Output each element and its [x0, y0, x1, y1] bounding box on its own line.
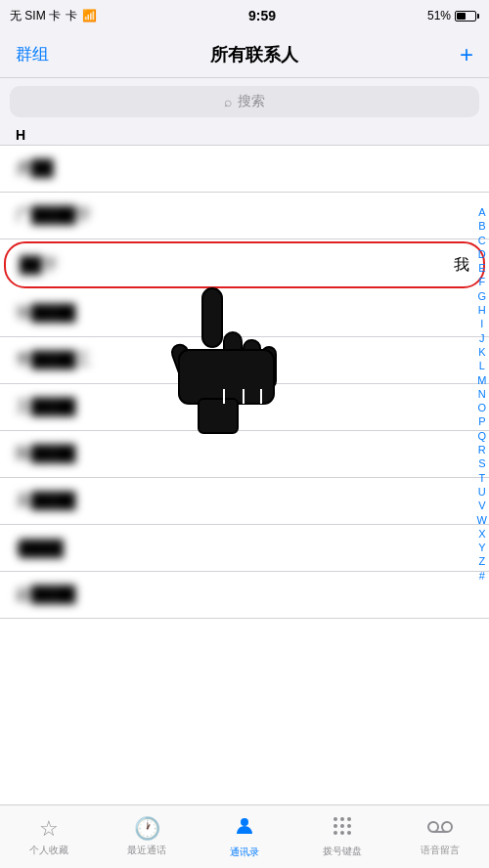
battery-icon — [455, 11, 479, 22]
index-t[interactable]: T — [478, 471, 485, 485]
search-icon: ⌕ — [224, 94, 232, 109]
index-s[interactable]: S — [478, 456, 485, 470]
index-v[interactable]: V — [478, 499, 485, 512]
contact-name: 陈████ — [16, 444, 75, 464]
svg-point-17 — [333, 831, 337, 835]
index-k[interactable]: K — [478, 345, 485, 359]
index-j[interactable]: J — [479, 331, 485, 345]
svg-point-18 — [340, 831, 344, 835]
index-d[interactable]: D — [478, 247, 486, 261]
voicemail-icon — [427, 816, 453, 842]
contact-name-me: ██字 — [20, 255, 58, 276]
tab-recents-label: 最近通话 — [127, 844, 166, 857]
contact-name: 广████字 — [16, 205, 91, 226]
contact-name: 张████ — [16, 303, 75, 324]
nav-add-button[interactable]: + — [460, 43, 473, 66]
index-w[interactable]: W — [477, 513, 487, 527]
svg-point-19 — [347, 831, 351, 835]
wifi-icon: 📶 — [82, 9, 97, 22]
index-g[interactable]: G — [478, 289, 487, 303]
svg-point-21 — [442, 822, 452, 832]
tab-voicemail-label: 语音留言 — [421, 844, 460, 857]
index-e[interactable]: E — [478, 261, 485, 275]
contact-name: 王████ — [16, 397, 75, 417]
index-h[interactable]: H — [478, 303, 486, 317]
carrier-text: 无 SIM 卡 — [10, 8, 61, 24]
contacts-icon — [233, 814, 256, 844]
index-p[interactable]: P — [478, 414, 485, 428]
svg-point-10 — [241, 818, 248, 826]
index-u[interactable]: U — [478, 485, 486, 499]
svg-point-16 — [347, 824, 351, 828]
alphabet-index[interactable]: A B C D E F G H I J K L M N O P Q R S T … — [477, 205, 487, 583]
contact-name: i████ — [16, 540, 64, 557]
tab-recents[interactable]: 🕐 最近通话 — [98, 816, 196, 857]
index-o[interactable]: O — [478, 401, 487, 414]
contact-item[interactable]: 广████字 — [0, 193, 489, 239]
status-bar: 无 SIM 卡 卡 📶 9:59 51% — [0, 0, 489, 31]
contact-item[interactable]: 赵████ — [0, 572, 489, 619]
index-a[interactable]: A — [478, 205, 485, 219]
index-l[interactable]: L — [479, 359, 485, 372]
status-left: 无 SIM 卡 卡 📶 — [10, 8, 97, 24]
svg-point-15 — [340, 824, 344, 828]
index-m[interactable]: M — [477, 373, 486, 387]
index-f[interactable]: F — [478, 275, 485, 288]
contact-item[interactable]: 吴████ — [0, 478, 489, 525]
recents-icon: 🕐 — [134, 816, 160, 842]
contact-item[interactable]: 张████ — [0, 290, 489, 337]
contact-name: 李████工 — [16, 350, 91, 370]
tab-contacts-label: 通讯录 — [230, 846, 259, 859]
contact-item-me[interactable]: ██字 我 — [4, 241, 485, 288]
index-i[interactable]: I — [480, 317, 483, 330]
status-right: 51% — [427, 9, 479, 22]
search-placeholder: 搜索 — [238, 93, 265, 110]
index-b[interactable]: B — [478, 219, 485, 233]
svg-point-11 — [333, 817, 337, 821]
sim-icon: 卡 — [66, 8, 77, 24]
search-bar[interactable]: ⌕ 搜索 — [10, 86, 479, 117]
section-header-h: H — [0, 125, 489, 146]
section-more: 张████ 李████工 王████ 陈████ 吴████ i████ 赵██… — [0, 290, 489, 619]
contact-item[interactable]: 李████工 — [0, 337, 489, 384]
index-r[interactable]: R — [478, 443, 486, 456]
nav-title: 所有联系人 — [210, 43, 298, 66]
tab-contacts[interactable]: 通讯录 — [196, 814, 293, 859]
section-h: H 虎██ 广████字 ██字 我 — [0, 125, 489, 288]
index-n[interactable]: N — [478, 387, 486, 401]
tab-favorites-label: 个人收藏 — [29, 844, 68, 857]
contact-item[interactable]: i████ — [0, 525, 489, 572]
index-y[interactable]: Y — [478, 541, 485, 554]
battery-percent: 51% — [427, 9, 451, 22]
tab-keypad-label: 拨号键盘 — [323, 845, 362, 858]
contact-item[interactable]: 王████ — [0, 384, 489, 431]
contact-name: 虎██ — [16, 158, 54, 179]
nav-bar: 群组 所有联系人 + — [0, 31, 489, 78]
contact-item[interactable]: 虎██ — [0, 146, 489, 193]
svg-point-14 — [333, 824, 337, 828]
contact-name: 吴████ — [16, 491, 75, 511]
svg-point-12 — [340, 817, 344, 821]
tab-favorites[interactable]: ☆ 个人收藏 — [0, 816, 98, 857]
contact-item[interactable]: 陈████ — [0, 431, 489, 478]
svg-point-13 — [347, 817, 351, 821]
index-c[interactable]: C — [478, 234, 486, 247]
svg-point-20 — [428, 822, 438, 832]
index-q[interactable]: Q — [478, 429, 487, 443]
index-hash[interactable]: # — [479, 569, 485, 583]
tab-bar: ☆ 个人收藏 🕐 最近通话 通讯录 拨号键盘 — [0, 804, 489, 868]
favorites-icon: ☆ — [39, 816, 59, 842]
tab-voicemail[interactable]: 语音留言 — [391, 816, 489, 857]
index-x[interactable]: X — [478, 527, 485, 541]
nav-left-button[interactable]: 群组 — [16, 43, 49, 65]
status-time: 9:59 — [248, 8, 276, 23]
contact-list-wrapper: ⌕ 搜索 H 虎██ 广████字 ██字 我 张████ 李████工 王██… — [0, 78, 489, 804]
contact-name: 赵████ — [16, 585, 75, 605]
keypad-icon — [331, 815, 354, 843]
search-bar-container: ⌕ 搜索 — [0, 78, 489, 125]
tab-keypad[interactable]: 拨号键盘 — [293, 815, 391, 858]
me-badge: 我 — [454, 255, 469, 276]
index-z[interactable]: Z — [478, 554, 485, 568]
